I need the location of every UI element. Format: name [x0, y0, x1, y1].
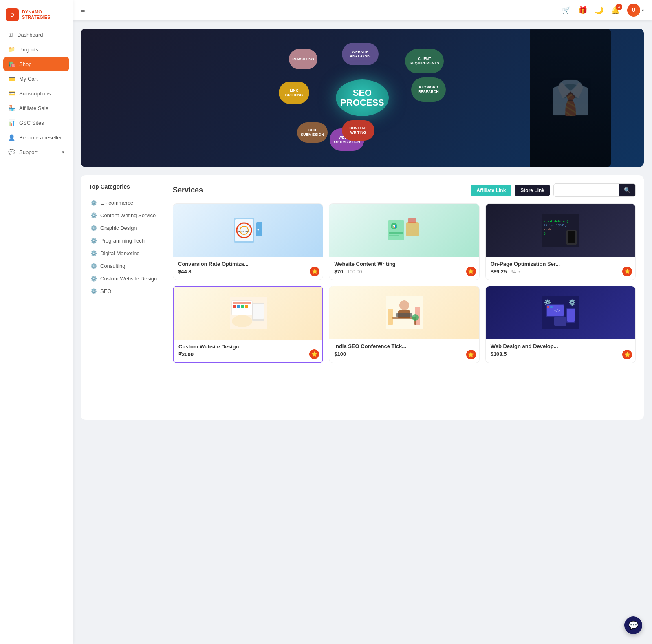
category-icon: ⚙️ [90, 288, 97, 294]
product-name: Web Design and Develop... [491, 343, 630, 349]
product-card-opo[interactable]: const data = { title: "SEO", rank: 1 } ⭐… [485, 203, 636, 280]
product-price: $70 100.00 [334, 269, 474, 275]
product-card-web-dev[interactable]: ⚙️ ⚙️ [485, 286, 636, 363]
sidebar-item-reseller[interactable]: 👤 Become a reseller [3, 130, 69, 144]
sidebar-item-affiliate[interactable]: 🏪 Affiliate Sale [3, 101, 69, 115]
affiliate-link-button[interactable]: Affiliate Link [471, 185, 511, 196]
sidebar-item-shop[interactable]: 🛍️ Shop [3, 57, 69, 71]
moon-icon[interactable]: 🌙 [595, 6, 604, 15]
user-avatar-wrapper[interactable]: U ▾ [627, 4, 644, 17]
opo-illustration: const data = { title: "SEO", rank: 1 } [542, 214, 579, 247]
product-card-cwd[interactable]: ▶ [173, 286, 323, 363]
topbar-left: ≡ [81, 6, 85, 15]
original-price: 100.00 [347, 269, 362, 275]
category-seo[interactable]: ⚙️ SEO [89, 285, 166, 298]
sidebar-item-mycart[interactable]: 💳 My Cart [3, 72, 69, 86]
topbar-right: 🛒 🎁 🌙 🔔 4 U ▾ [562, 4, 644, 17]
hamburger-menu-icon[interactable]: ≡ [81, 6, 85, 15]
original-price: 94.5 [511, 269, 520, 275]
category-content-writing[interactable]: ⚙️ Content Writing Service [89, 209, 166, 222]
search-input[interactable] [554, 185, 619, 196]
cwd-illustration [230, 297, 267, 329]
svg-rect-25 [237, 305, 240, 308]
sidebar-item-projects[interactable]: 📁 Projects [3, 42, 69, 56]
cro-illustration: amazon ▼ [232, 214, 264, 247]
gsc-icon: 📊 [8, 119, 15, 126]
product-info: Website Content Writing $70 100.00 [329, 257, 479, 280]
product-image-cro: amazon ▼ [173, 204, 323, 257]
avatar-chevron-icon: ▾ [642, 8, 644, 13]
svg-rect-36 [388, 309, 393, 325]
add-to-cart-badge[interactable]: ⭐ [622, 350, 632, 359]
logo-text: DYNAMO STRATEGIES [22, 9, 50, 20]
product-image-wcw: 📊 [329, 204, 479, 257]
svg-point-32 [399, 300, 409, 310]
add-to-cart-badge[interactable]: ⭐ [466, 267, 476, 276]
product-info: On-Page Optimization Ser... $89.25 94.5 [486, 257, 635, 280]
add-to-cart-badge[interactable]: ⭐ [466, 350, 476, 359]
search-button[interactable]: 🔍 [619, 184, 635, 196]
gift-icon[interactable]: 🎁 [578, 6, 587, 15]
web-dev-illustration: ⚙️ ⚙️ [542, 296, 579, 329]
product-price: ₹2000 [178, 351, 317, 357]
add-to-cart-badge[interactable]: ⭐ [622, 267, 632, 276]
category-label: Content Writing Service [100, 212, 156, 218]
store-link-button[interactable]: Store Link [515, 185, 550, 196]
product-image-opo: const data = { title: "SEO", rank: 1 } [486, 204, 635, 257]
svg-point-39 [412, 314, 419, 321]
sidebar-item-label: Subscriptions [19, 90, 51, 97]
product-info: Conversion Rate Optimiza... $44.8 [173, 257, 323, 280]
product-name: Website Content Writing [334, 261, 474, 267]
reporting-bubble: REPORTING [289, 49, 317, 69]
category-consulting[interactable]: ⚙️ Consulting [89, 260, 166, 272]
topbar: ≡ 🛒 🎁 🌙 🔔 4 U ▾ [73, 0, 652, 20]
product-card-cro[interactable]: amazon ▼ ⭐ Conversion Rate Optimiza... $… [173, 203, 323, 280]
svg-rect-30 [253, 304, 264, 319]
sidebar-item-support[interactable]: 💬 Support ▾ [3, 145, 69, 159]
product-name: Custom Website Design [178, 344, 317, 350]
projects-icon: 📁 [8, 46, 15, 53]
product-price: $103.5 [491, 351, 630, 357]
category-custom-website[interactable]: ⚙️ Custom Website Design [89, 272, 166, 285]
category-label: E - commerce [100, 200, 133, 206]
avatar: U [627, 4, 640, 17]
category-icon: ⚙️ [90, 200, 97, 206]
svg-rect-13 [389, 235, 399, 236]
dashboard-icon: ⊞ [8, 31, 13, 38]
sidebar-item-label: My Cart [19, 76, 38, 82]
product-info: Custom Website Design ₹2000 [174, 340, 322, 362]
product-image-web-dev: ⚙️ ⚙️ [486, 286, 635, 339]
cart-topbar-icon[interactable]: 🛒 [562, 6, 571, 15]
chat-button[interactable]: 💬 [624, 616, 642, 634]
product-price: $100 [334, 351, 474, 357]
shop-area: Top Categories ⚙️ E - commerce ⚙️ Conten… [81, 175, 644, 420]
category-icon: ⚙️ [90, 250, 97, 256]
category-ecommerce[interactable]: ⚙️ E - commerce [89, 196, 166, 209]
services-header: Services Affiliate Link Store Link 🔍 [173, 183, 636, 197]
svg-rect-8 [406, 222, 419, 236]
sidebar-item-dashboard[interactable]: ⊞ Dashboard [3, 28, 69, 42]
category-programming-tech[interactable]: ⚙️ Programming Tech [89, 234, 166, 247]
seo-diagram: REPORTING WEBSITEANALAYSIS CLIENTREQUIRE… [277, 41, 448, 155]
product-info: India SEO Conference Tick... $100 [329, 339, 479, 362]
sidebar-item-gsc[interactable]: 📊 GSC Sites [3, 116, 69, 130]
product-info: Web Design and Develop... $103.5 [486, 339, 635, 362]
svg-text:rank: 1: rank: 1 [544, 228, 556, 231]
category-graphic-design[interactable]: ⚙️ Graphic Design [89, 222, 166, 234]
link-building-bubble: LINKBUILDING [279, 82, 309, 104]
cart-icon: 💳 [8, 75, 15, 82]
hero-banner: REPORTING WEBSITEANALAYSIS CLIENTREQUIRE… [81, 29, 644, 167]
category-label: Graphic Design [100, 225, 137, 231]
sidebar-item-label: Dashboard [17, 32, 43, 38]
product-price: $44.8 [178, 269, 318, 275]
client-requirements-bubble: CLIENTREQUIREMENTS [405, 49, 444, 73]
notification-icon[interactable]: 🔔 4 [611, 6, 620, 15]
product-card-wcw[interactable]: 📊 ⭐ Website Content Writing $70 100.00 [329, 203, 479, 280]
product-card-seo-conf[interactable]: ⭐ India SEO Conference Tick... $100 [329, 286, 479, 363]
category-digital-marketing[interactable]: ⚙️ Digital Marketing [89, 247, 166, 260]
category-icon: ⚙️ [90, 212, 97, 218]
products-row: amazon ▼ ⭐ Conversion Rate Optimiza... $… [173, 203, 636, 363]
category-icon: ⚙️ [90, 276, 97, 282]
sidebar-item-subscriptions[interactable]: 💳 Subscriptions [3, 86, 69, 100]
sidebar-nav: ⊞ Dashboard 📁 Projects 🛍️ Shop 💳 My Cart… [0, 28, 73, 159]
